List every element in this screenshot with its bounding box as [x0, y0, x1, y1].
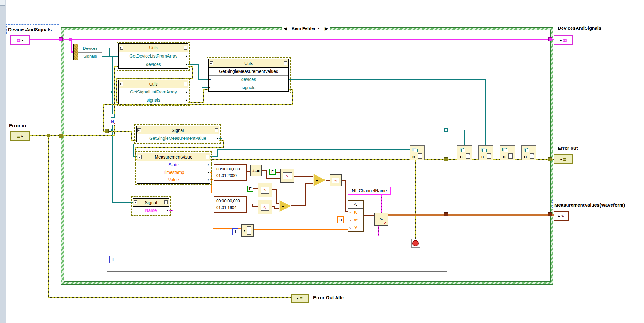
waveform-row-t0[interactable]: ∿t0	[348, 209, 363, 216]
wire-error-bottom-v	[48, 135, 49, 298]
loop-count-terminal[interactable]: N	[109, 118, 116, 125]
wire-ref	[133, 144, 222, 144]
method-row[interactable]: GetDeviceListFromArray▸	[119, 52, 188, 60]
boolean-false-constant[interactable]: F	[269, 169, 276, 175]
wire-error	[116, 78, 193, 79]
wire-error	[292, 89, 293, 105]
tunnel-error-loop	[105, 129, 109, 133]
convert-graph-icon[interactable]: ∿	[258, 183, 272, 197]
wire-ts	[345, 180, 346, 212]
class-doc-icon	[284, 61, 287, 65]
output-arrow-icon: ▸	[186, 90, 187, 93]
output-arrow-icon: ▸	[186, 63, 187, 66]
wire-error-stop	[415, 160, 416, 240]
loop-count-dot-icon	[114, 123, 115, 124]
case-dropdown-icon[interactable]: ▼	[317, 27, 320, 30]
build-waveform-node[interactable]: ∿ ∿t0 ∿dt ∿Y	[348, 200, 364, 232]
wire-error	[114, 66, 115, 136]
wire-ref	[202, 87, 202, 100]
case-next-arrow[interactable]: ▶	[323, 24, 330, 33]
unbundle-by-name-node[interactable]: Devices Signals	[73, 44, 102, 60]
error-out-terminal[interactable]: ▸ ≣	[554, 154, 573, 164]
refnum-glyph-icon	[482, 149, 487, 152]
invoke-node-utils-signallist[interactable]: Utils GetSignalListFromArray▸ signals▸	[118, 80, 188, 104]
wire-error-bottom-h	[48, 297, 291, 298]
param-row[interactable]: signals▸	[119, 96, 188, 104]
param-row[interactable]: devices▸	[119, 60, 188, 68]
property-row-name[interactable]: Name▸	[133, 207, 169, 214]
wire-ref	[102, 56, 112, 57]
error-out-label: Error out	[557, 145, 579, 151]
wire-ref	[210, 156, 218, 157]
wire-ref-long-4v	[464, 130, 465, 145]
tunnel-error-loop-right	[444, 157, 448, 161]
wire-num	[213, 179, 213, 229]
unbundle-field-signals[interactable]: Signals	[78, 53, 102, 60]
method-row[interactable]: GetSignalListFromArray▸	[119, 88, 188, 96]
property-row-timestamp[interactable]: Timestamp▸	[137, 169, 210, 176]
class-doc-icon	[215, 128, 218, 132]
close-reference-node[interactable]: c	[457, 145, 472, 160]
measurement-values-terminal[interactable]: ▸ ∿	[554, 211, 569, 221]
property-row-value[interactable]: Value▸	[137, 176, 210, 183]
wire-string	[173, 210, 173, 236]
devices-and-signals-control-terminal[interactable]: ▦ ▸	[10, 35, 30, 45]
wire-ts	[247, 171, 250, 172]
to-timestamp-icon[interactable]: #→▣	[250, 165, 262, 176]
param-row[interactable]: ▸signals	[209, 83, 288, 91]
wire-error	[188, 102, 204, 103]
convert-graph-icon[interactable]: ∿	[258, 200, 272, 214]
invoke-node-utils-getvalues[interactable]: Utils GetSingleMeasurementValues ▸device…	[208, 59, 289, 92]
wire-ref	[222, 138, 222, 144]
devices-and-signals-indicator-terminal[interactable]: ▸ ▦	[554, 35, 573, 45]
wire-ref	[202, 87, 208, 88]
case-selector-label[interactable]: Kein Fehler▼	[289, 24, 323, 33]
boolean-false-constant[interactable]: F	[247, 186, 253, 192]
devices-and-signals-right-label: DevicesAndSignals	[557, 25, 602, 31]
numeric-constant-zero[interactable]: 0	[337, 216, 344, 223]
invoke-node-utils-devicelist[interactable]: Utils GetDeviceListFromArray▸ devices▸	[118, 43, 188, 69]
close-reference-node[interactable]: c	[500, 145, 515, 160]
set-waveform-attribute-icon[interactable]: ∿ ↗	[374, 213, 388, 226]
loop-iteration-terminal[interactable]: i	[109, 256, 117, 263]
wire-ts	[294, 176, 313, 177]
wire-num	[254, 229, 348, 230]
error-in-terminal[interactable]: ≣ ▸	[10, 131, 30, 141]
param-row[interactable]: ▸devices	[209, 76, 288, 84]
property-row-state[interactable]: State▸	[137, 161, 210, 169]
invoke-node-signal[interactable]: Signal GetSingleMeasurementValue▸	[136, 126, 219, 142]
property-node-signal-name[interactable]: Signal Name▸	[133, 198, 169, 214]
graph-glyph-icon: ∿	[261, 204, 269, 211]
error-glyph-icon: ≣	[300, 296, 303, 301]
window-top-border	[6, 3, 644, 3]
error-out-alle-terminal[interactable]: ▸ ≣	[291, 294, 309, 303]
case-selector[interactable]: ◀ Kein Fehler▼ ▶	[282, 24, 330, 33]
method-row[interactable]: GetSingleMeasurementValue▸	[137, 134, 219, 142]
timestamp-constant-2000[interactable]: 00:00:00,000 01.01.2000	[214, 164, 247, 181]
loop-conditional-terminal[interactable]	[411, 239, 420, 248]
convert-graph-icon[interactable]: ∿	[330, 174, 342, 186]
convert-graph-icon[interactable]: ∿	[280, 169, 294, 183]
index-array-icon[interactable]: ▸	[241, 224, 254, 237]
close-reference-node[interactable]: c	[521, 145, 536, 160]
wire-ref	[217, 149, 410, 150]
numeric-constant-one[interactable]: 1	[232, 228, 238, 235]
wire-bool	[253, 188, 258, 189]
output-arrow-icon: ▸	[208, 178, 209, 181]
property-node-measurementvalue[interactable]: MeasurementValue State▸ Timestamp▸ Value…	[137, 153, 210, 184]
string-constant-channelname[interactable]: NI_ChannelName	[348, 187, 391, 195]
close-reference-node[interactable]: c	[410, 145, 425, 160]
method-row[interactable]: GetSingleMeasurementValues	[209, 68, 288, 76]
case-prev-arrow[interactable]: ◀	[282, 24, 289, 33]
error-glyph-icon: ≣	[563, 157, 567, 162]
waveform-row-dt[interactable]: ∿dt	[348, 216, 363, 224]
unbundle-field-devices[interactable]: Devices	[78, 44, 102, 53]
waveform-row-y[interactable]: ∿Y	[348, 224, 363, 231]
wire-bool	[276, 172, 280, 173]
close-reference-node[interactable]: c	[478, 145, 493, 160]
tunnel-waveform-loop	[444, 212, 448, 216]
wire-junction	[111, 129, 113, 131]
wire-waveform-out	[388, 214, 554, 216]
timestamp-constant-1904[interactable]: 00:00:00,000 01.01.1904	[214, 196, 247, 213]
wire-cluster-main	[29, 39, 554, 40]
